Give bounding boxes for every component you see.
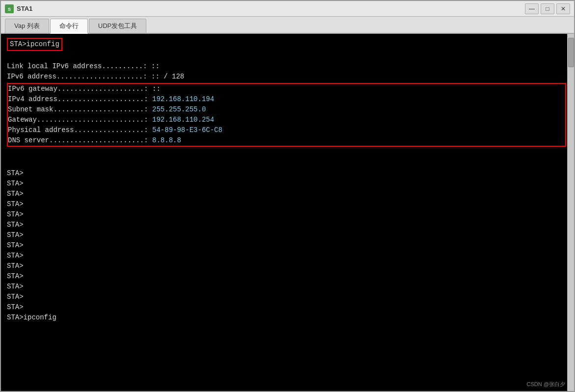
network-info-box: IPv6 gateway.....................: :: IP… (7, 83, 566, 147)
terminal-output[interactable]: STA>ipconfig Link local IPv6 address....… (1, 34, 574, 391)
minimize-button[interactable]: — (525, 3, 539, 14)
prompt-1: STA> (7, 168, 568, 179)
prompt-5: STA> (7, 209, 568, 220)
prompt-14: STA> (7, 302, 568, 313)
scrollbar-thumb[interactable] (568, 38, 574, 67)
command-text: STA>ipconfig (10, 40, 59, 48)
link-local-line: Link local IPv6 address..........: :: (7, 61, 568, 72)
maximize-button[interactable]: □ (541, 3, 554, 14)
prompt-2: STA> (7, 179, 568, 189)
title-bar: S STA1 — □ ✕ (1, 1, 574, 17)
prompt-12: STA> (7, 282, 568, 292)
prompt-11: STA> (7, 271, 568, 282)
prompt-8: STA> (7, 240, 568, 251)
blank-line-2 (7, 148, 568, 158)
terminal-container: STA>ipconfig Link local IPv6 address....… (1, 34, 574, 391)
prompt-10: STA> (7, 261, 568, 271)
tab-bar: Vap 列表 命令行 UDP发包工具 (1, 17, 574, 34)
prompt-7: STA> (7, 230, 568, 240)
last-command-line: STA>ipconfig (7, 313, 568, 323)
command-line: STA>ipconfig (7, 38, 568, 51)
title-bar-left: S STA1 (5, 4, 32, 13)
command-highlight: STA>ipconfig (7, 38, 62, 51)
prompt-6: STA> (7, 220, 568, 230)
blank-line-1 (7, 51, 568, 61)
watermark: CSDN @张白夕 (527, 381, 565, 388)
gateway-line: Gateway..........................: 192.1… (8, 115, 565, 125)
tab-vap-list[interactable]: Vap 列表 (5, 19, 49, 33)
prompt-4: STA> (7, 199, 568, 209)
dns-server-line: DNS server.......................: 8.8.8… (8, 135, 565, 146)
window-controls: — □ ✕ (525, 3, 570, 14)
scrollbar[interactable] (567, 34, 574, 391)
window-title: STA1 (17, 5, 32, 12)
tab-command-line[interactable]: 命令行 (50, 19, 88, 34)
tab-udp-tool[interactable]: UDP发包工具 (89, 19, 146, 33)
svg-text:S: S (8, 7, 11, 12)
main-window: S STA1 — □ ✕ Vap 列表 命令行 UDP发包工具 STA>ipco… (0, 0, 575, 392)
prompt-3: STA> (7, 189, 568, 199)
physical-address-line: Physical address.................: 54-89… (8, 125, 565, 135)
blank-line-3 (7, 158, 568, 168)
ipv6-gateway-line: IPv6 gateway.....................: :: (8, 84, 565, 94)
app-icon: S (5, 4, 14, 13)
close-button[interactable]: ✕ (556, 3, 570, 14)
prompt-13: STA> (7, 292, 568, 302)
prompt-9: STA> (7, 251, 568, 261)
ipv6-address-line: IPv6 address.....................: :: / … (7, 72, 568, 82)
ipv4-address-line: IPv4 address.....................: 192.1… (8, 94, 565, 105)
subnet-mask-line: Subnet mask......................: 255.2… (8, 105, 565, 115)
